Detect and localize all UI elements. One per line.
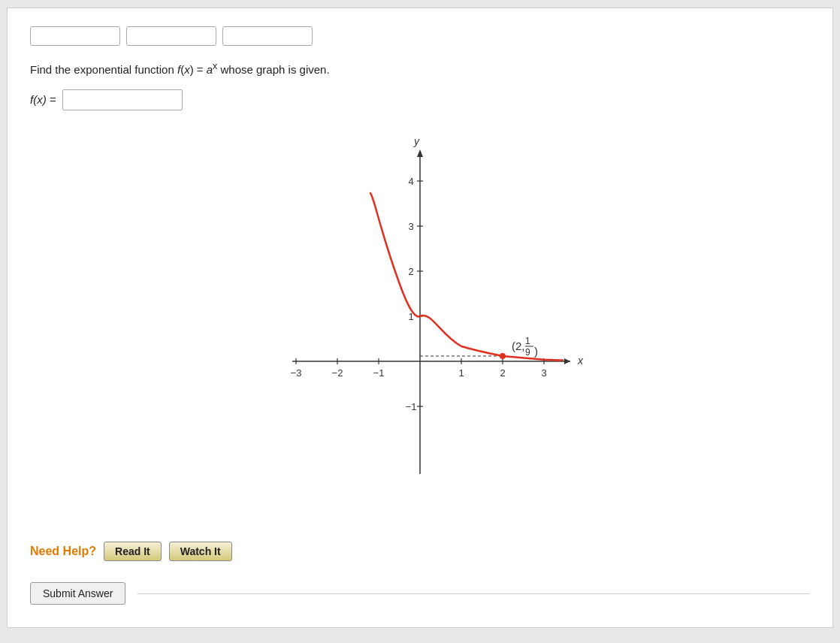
top-bar: [30, 26, 810, 46]
y-tick-n1: −1: [406, 401, 417, 412]
x-tick-n3: −3: [291, 367, 302, 379]
svg-marker-3: [417, 149, 423, 157]
fx-row: f(x) =: [30, 89, 810, 110]
graph-container: x y −3 −2 −1 1: [247, 128, 593, 519]
need-help-label: Need Help?: [30, 545, 96, 558]
x-tick-n1: −1: [373, 367, 385, 379]
x-tick-3: 3: [541, 367, 546, 379]
question-text: Find the exponential function f(x) = ax …: [30, 59, 810, 79]
y-tick-4: 4: [408, 176, 413, 187]
point-label: (2, 1 9 ): [512, 336, 538, 358]
top-bar-input-2[interactable]: [126, 26, 216, 46]
submit-answer-button[interactable]: Submit Answer: [30, 582, 125, 605]
top-bar-input-3[interactable]: [222, 26, 313, 46]
y-tick-3: 3: [408, 221, 413, 232]
y-axis-label: y: [413, 135, 420, 147]
svg-text:1: 1: [525, 336, 530, 346]
x-tick-2: 2: [500, 367, 505, 379]
fx-input[interactable]: [62, 89, 183, 110]
y-tick-2: 2: [408, 266, 413, 277]
svg-text:9: 9: [525, 347, 530, 358]
svg-text:(2,: (2,: [512, 340, 525, 352]
submit-row: Submit Answer: [30, 582, 810, 605]
graph-area: x y −3 −2 −1 1: [30, 128, 810, 519]
top-bar-input-1[interactable]: [30, 26, 120, 46]
graph-point: [500, 353, 506, 359]
x-tick-n2: −2: [332, 367, 343, 379]
x-tick-1: 1: [458, 367, 464, 379]
page-wrapper: Find the exponential function f(x) = ax …: [7, 8, 833, 628]
fx-label: f(x) =: [30, 93, 56, 106]
need-help-row: Need Help? Read It Watch It: [30, 542, 810, 561]
read-it-button[interactable]: Read It: [104, 542, 162, 561]
x-axis-label: x: [577, 355, 584, 367]
svg-marker-2: [564, 358, 570, 364]
svg-text:): ): [534, 345, 538, 358]
graph-svg: x y −3 −2 −1 1: [247, 128, 593, 519]
submit-area-line: [137, 593, 810, 594]
watch-it-button[interactable]: Watch It: [169, 542, 232, 561]
